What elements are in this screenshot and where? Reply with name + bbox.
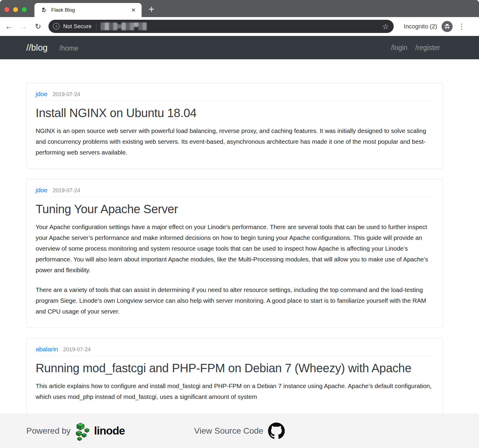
window-zoom-button[interactable] <box>22 7 27 12</box>
page-footer: Powered by <box>0 414 479 448</box>
bookmark-star-icon[interactable]: ☆ <box>382 22 389 31</box>
author-link[interactable]: jdoe <box>36 187 48 194</box>
window-titlebar: Flask Blog ✕ + <box>0 0 479 17</box>
linode-cubes-icon <box>74 421 92 441</box>
linode-link[interactable]: linode <box>74 421 125 441</box>
post-date: 2019-07-24 <box>53 91 80 98</box>
meta-divider <box>36 197 434 197</box>
post-card: jdoe 2019-07-24 Install NGINX on Ubuntu … <box>26 83 443 169</box>
author-link[interactable]: jdoe <box>36 90 48 98</box>
tab-close-icon[interactable]: ✕ <box>129 6 137 14</box>
post-title: Running mod_fastcgi and PHP-FPM on Debia… <box>36 360 434 376</box>
not-secure-label: Not Secure <box>63 23 92 30</box>
nav-link-register[interactable]: /register <box>415 44 440 52</box>
meta-divider <box>36 356 434 356</box>
reload-icon[interactable]: ↻ <box>33 23 43 30</box>
incognito-label: Incognito (2) <box>404 23 437 30</box>
github-icon <box>268 423 285 439</box>
linode-wordmark: linode <box>94 425 125 437</box>
post-paragraph: Your Apache configuration settings have … <box>36 222 434 276</box>
post-paragraph: There are a variety of tools that can as… <box>36 284 434 317</box>
powered-by-label: Powered by <box>26 426 71 436</box>
post-card: jdoe 2019-07-24 Tuning Your Apache Serve… <box>26 179 443 328</box>
flask-blog-favicon-icon <box>41 7 48 13</box>
incognito-icon <box>444 23 451 30</box>
window-minimize-button[interactable] <box>13 7 18 12</box>
post-title: Install NGINX on Ubuntu 18.04 <box>36 105 434 121</box>
info-icon[interactable]: i <box>53 23 60 30</box>
window-controls <box>4 7 27 12</box>
nav-link-home[interactable]: /home <box>59 44 78 52</box>
post-list: jdoe 2019-07-24 Install NGINX on Ubuntu … <box>0 59 479 437</box>
incognito-badge <box>442 21 453 32</box>
post-date: 2019-07-24 <box>63 346 91 353</box>
new-tab-button[interactable]: + <box>146 4 157 15</box>
post-paragraph: NGINX is an open source web server with … <box>36 125 434 158</box>
nav-link-login[interactable]: /login <box>391 44 407 52</box>
meta-divider <box>36 101 434 101</box>
post-date: 2019-07-24 <box>53 187 80 194</box>
window-close-button[interactable] <box>4 7 9 12</box>
back-icon[interactable]: ← <box>4 22 14 31</box>
post-paragraph: This article explains how to configure a… <box>36 381 434 402</box>
forward-icon[interactable]: → <box>18 22 28 31</box>
omnibox-separator <box>96 22 96 30</box>
author-link[interactable]: abalarin <box>36 346 58 353</box>
browser-toolbar: ← → ↻ i Not Secure ☆ Incognito (2) ⋮ <box>0 17 479 36</box>
tab-title: Flask Blog <box>51 7 75 13</box>
address-bar[interactable]: i Not Secure ☆ <box>48 20 394 33</box>
browser-menu-icon[interactable]: ⋮ <box>458 22 465 31</box>
view-source-link[interactable]: View Source Code <box>194 423 285 439</box>
site-navbar: //blog /home /login /register <box>0 36 479 59</box>
view-source-label: View Source Code <box>194 426 263 436</box>
post-title: Tuning Your Apache Server <box>36 201 434 217</box>
brand-link[interactable]: //blog <box>26 43 48 53</box>
redacted-url <box>101 22 147 30</box>
browser-tab[interactable]: Flask Blog ✕ <box>34 3 142 17</box>
